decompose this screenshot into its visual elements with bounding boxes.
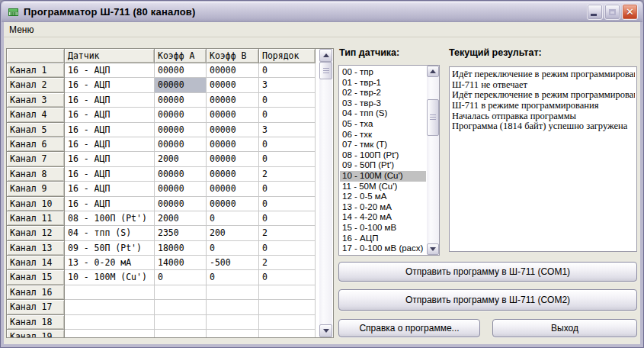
list-scroll-up-button[interactable] xyxy=(427,66,439,77)
grid-cell[interactable]: 0 xyxy=(259,182,316,196)
grid-cell[interactable]: 00000 xyxy=(155,108,207,122)
grid-cell[interactable]: 00000 xyxy=(207,137,259,152)
grid-cell[interactable]: 2 xyxy=(259,167,316,182)
list-item[interactable]: 08 - 100П (Pt') xyxy=(340,150,426,161)
grid-cell[interactable]: 200 xyxy=(207,226,259,240)
list-item[interactable]: 09 - 50П (Pt') xyxy=(340,160,426,171)
grid-cell[interactable]: 00000 xyxy=(155,63,207,78)
grid-cell[interactable]: 13 - 0-20 мА xyxy=(65,256,155,270)
grid-cell[interactable]: 08 - 100П (Pt') xyxy=(65,211,155,226)
grid-cell[interactable] xyxy=(207,330,259,337)
scroll-up-button[interactable] xyxy=(319,49,332,62)
grid-cell[interactable]: 0 xyxy=(207,211,259,226)
grid-cell[interactable]: 2000 xyxy=(155,152,207,166)
grid-cell[interactable]: 16 - АЦП xyxy=(65,78,155,92)
grid-cell[interactable]: 00000 xyxy=(155,197,207,211)
menu-item-menu[interactable]: Меню xyxy=(4,23,39,37)
grid-cell[interactable]: 00000 xyxy=(155,93,207,108)
grid-cell[interactable]: 16 - АЦП xyxy=(65,123,155,137)
grid-cell[interactable]: 0 xyxy=(155,270,207,285)
grid-cell[interactable] xyxy=(65,285,155,300)
minimize-button[interactable] xyxy=(587,4,603,20)
sensor-type-listbox[interactable]: 00 - тпр01 - твр-102 - твр-203 - твр-304… xyxy=(338,65,440,256)
grid-cell[interactable]: 10 - 100М (Cu') xyxy=(65,270,155,285)
grid-cell[interactable]: 3 xyxy=(259,123,316,137)
grid-cell[interactable]: 00000 xyxy=(155,78,207,92)
grid-cell[interactable]: 16 - АЦП xyxy=(65,108,155,122)
grid-cell[interactable] xyxy=(207,315,259,330)
table-scrollbar[interactable] xyxy=(319,49,332,337)
about-button[interactable]: Справка о программе... xyxy=(338,319,480,337)
list-item[interactable]: 00 - тпр xyxy=(340,67,426,78)
grid-cell[interactable]: 00000 xyxy=(207,93,259,108)
grid-cell[interactable]: 16 - АЦП xyxy=(65,197,155,211)
grid-cell[interactable] xyxy=(207,285,259,300)
grid-cell[interactable]: 00000 xyxy=(207,123,259,137)
list-item[interactable]: 05 - тха xyxy=(340,119,426,130)
list-item[interactable]: 01 - твр-1 xyxy=(340,78,426,89)
grid-cell[interactable]: 0 xyxy=(259,270,316,285)
grid-cell[interactable]: 00000 xyxy=(155,167,207,182)
list-item[interactable]: 10 - 100М (Cu') xyxy=(340,171,426,182)
grid-cell[interactable]: 09 - 50П (Pt') xyxy=(65,241,155,256)
list-item[interactable]: 04 - тпп (S) xyxy=(340,108,426,119)
list-scrollbar[interactable] xyxy=(427,66,439,255)
maximize-button[interactable] xyxy=(604,4,620,20)
list-scroll-down-button[interactable] xyxy=(427,243,439,255)
list-item[interactable]: 17 - 0-100 мВ (расх) xyxy=(340,243,426,254)
grid-cell[interactable] xyxy=(155,285,207,300)
grid-cell[interactable]: 0 xyxy=(259,241,316,256)
grid-cell[interactable]: 00000 xyxy=(155,123,207,137)
grid-cell[interactable]: 0 xyxy=(259,211,316,226)
grid-cell[interactable]: 0 xyxy=(259,93,316,108)
grid-cell[interactable]: 0 xyxy=(259,108,316,122)
grid-cell[interactable]: 00000 xyxy=(207,63,259,78)
exit-button[interactable]: Выход xyxy=(492,319,637,337)
scrollbar-thumb[interactable] xyxy=(319,62,332,79)
grid-cell[interactable] xyxy=(155,330,207,337)
grid-cell[interactable]: 16 - АЦП xyxy=(65,63,155,78)
list-scrollbar-thumb[interactable] xyxy=(427,99,439,136)
grid-cell[interactable]: 2 xyxy=(259,226,316,240)
grid-cell[interactable]: 16 - АЦП xyxy=(65,152,155,166)
grid-cell[interactable]: 00000 xyxy=(155,137,207,152)
close-button[interactable]: ✕ xyxy=(622,4,638,20)
grid-cell[interactable] xyxy=(259,300,316,314)
grid-cell[interactable]: 2350 xyxy=(155,226,207,240)
list-item[interactable]: 14 - 4-20 мА xyxy=(340,212,426,223)
list-item[interactable]: 12 - 0-5 мА xyxy=(340,192,426,202)
send-com2-button[interactable]: Отправить программу в Ш-711 (COM2) xyxy=(338,289,637,311)
grid-cell[interactable]: 2 xyxy=(259,256,316,270)
grid-cell[interactable] xyxy=(65,300,155,314)
grid-cell[interactable]: 2000 xyxy=(155,211,207,226)
grid-cell[interactable]: 00000 xyxy=(207,182,259,196)
scroll-down-button[interactable] xyxy=(319,324,332,337)
send-com1-button[interactable]: Отправить программу в Ш-711 (COM1) xyxy=(338,262,637,282)
grid-cell[interactable]: 00000 xyxy=(155,182,207,196)
grid-cell[interactable]: -500 xyxy=(207,256,259,270)
grid-cell[interactable]: 00000 xyxy=(207,167,259,182)
grid-cell[interactable] xyxy=(155,300,207,314)
grid-cell[interactable] xyxy=(259,315,316,330)
grid-cell[interactable] xyxy=(155,315,207,330)
grid-cell[interactable] xyxy=(259,330,316,337)
grid-cell[interactable]: 0 xyxy=(207,241,259,256)
title-bar[interactable]: Программатор Ш-711 (80 каналов) ✕ xyxy=(2,2,642,22)
grid-cell[interactable]: 0 xyxy=(259,137,316,152)
list-item[interactable]: 16 - АЦП xyxy=(340,234,426,244)
grid-cell[interactable]: 16 - АЦП xyxy=(65,137,155,152)
grid-cell[interactable]: 18000 xyxy=(155,241,207,256)
list-item[interactable]: 18 - 0-5 мА (расх) xyxy=(340,254,426,255)
list-item[interactable]: 13 - 0-20 мА xyxy=(340,202,426,213)
grid-cell[interactable]: 00000 xyxy=(207,197,259,211)
grid-cell[interactable]: 00000 xyxy=(207,78,259,92)
grid-cell[interactable] xyxy=(65,330,155,337)
grid-cell[interactable]: 14000 xyxy=(155,256,207,270)
grid-cell[interactable]: 0 xyxy=(259,197,316,211)
grid-cell[interactable] xyxy=(259,285,316,300)
list-item[interactable]: 02 - твр-2 xyxy=(340,88,426,98)
list-item[interactable]: 03 - твр-3 xyxy=(340,98,426,109)
list-item[interactable]: 07 - тмк (Т) xyxy=(340,140,426,150)
grid-cell[interactable]: 3 xyxy=(259,78,316,92)
grid-cell[interactable]: 00000 xyxy=(207,152,259,166)
